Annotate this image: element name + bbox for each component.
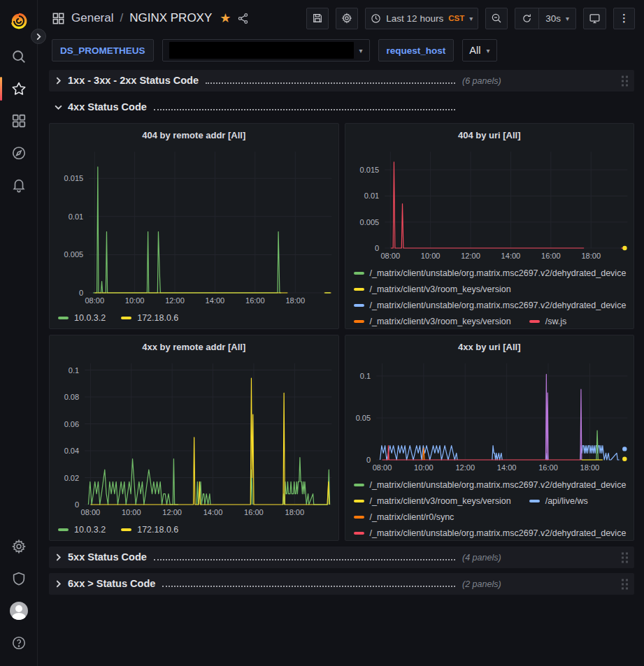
chart-404-by-uri[interactable]: 00.0050.010.01508:0010:0012:0014:0016:00… xyxy=(345,146,634,262)
grafana-logo[interactable] xyxy=(0,7,38,35)
breadcrumb: General / NGINX PROXY ★ xyxy=(52,10,249,26)
legend-item[interactable]: /api/live/ws xyxy=(529,496,588,506)
sidebar-item-settings[interactable] xyxy=(0,530,38,563)
svg-text:0.005: 0.005 xyxy=(64,250,84,259)
sidebar-item-explore[interactable] xyxy=(0,137,38,169)
legend-row: 10.0.3.2172.18.0.6 xyxy=(58,310,336,326)
help-icon xyxy=(11,635,27,651)
svg-text:0.04: 0.04 xyxy=(64,447,79,455)
svg-text:16:00: 16:00 xyxy=(538,463,558,472)
row-drag-handle[interactable] xyxy=(622,75,628,86)
svg-text:0: 0 xyxy=(79,289,83,297)
svg-text:12:00: 12:00 xyxy=(162,508,182,516)
row-header-1xx-3xx-2xx[interactable]: 1xx - 3xx - 2xx Status Code (6 panels) xyxy=(49,70,634,92)
row-header-6xx[interactable]: 6xx > Status Code (2 panels) xyxy=(49,573,634,595)
legend-series-swatch xyxy=(354,288,364,291)
chart-4xx-by-uri[interactable]: 00.050.108:0010:0012:0014:0016:0018:00 xyxy=(345,358,634,474)
chart-404-by-remote-addr[interactable]: 00.0050.010.01508:0010:0012:0014:0016:00… xyxy=(50,146,338,307)
row-drag-handle[interactable] xyxy=(622,579,628,589)
chevron-right-icon xyxy=(36,34,42,40)
legend-item[interactable]: /sw.js xyxy=(529,317,567,326)
svg-text:18:00: 18:00 xyxy=(581,252,601,260)
panel-title[interactable]: 4xx by remote addr [All] xyxy=(50,340,338,358)
legend-item[interactable]: 172.18.0.6 xyxy=(121,525,178,535)
variables-bar: DS_PROMETHEUS ▾ request_host All ▾ xyxy=(38,36,644,64)
row-panel-count: (6 panels) xyxy=(462,76,501,86)
refresh-button[interactable] xyxy=(515,8,538,29)
legend-row: /_matrix/client/r0/sync xyxy=(354,509,631,525)
zoom-out-button[interactable] xyxy=(485,8,508,29)
dashboard-scroll-area[interactable]: 1xx - 3xx - 2xx Status Code (6 panels) 4… xyxy=(38,64,644,666)
legend-row: 10.0.3.2172.18.0.6 xyxy=(58,521,336,537)
datasource-select[interactable]: ▾ xyxy=(162,39,370,61)
favorite-star-icon[interactable]: ★ xyxy=(220,10,231,26)
sidebar-item-server-admin[interactable] xyxy=(0,563,38,595)
legend-series-swatch xyxy=(121,317,131,319)
sidebar-item-profile[interactable] xyxy=(0,595,38,627)
svg-text:14:00: 14:00 xyxy=(206,296,225,305)
dashboard-toolbar: Last 12 hours CST ▾ 30s xyxy=(306,8,635,29)
legend-series-label: 10.0.3.2 xyxy=(74,525,106,535)
legend-item[interactable]: /_matrix/client/unstable/org.matrix.msc2… xyxy=(354,480,627,490)
panel-title[interactable]: 404 by uri [All] xyxy=(345,128,634,146)
legend-item[interactable]: 172.18.0.6 xyxy=(121,313,178,323)
refresh-group: 30s ▾ xyxy=(515,8,576,29)
legend-series-swatch xyxy=(121,528,131,531)
dashboard-settings-button[interactable] xyxy=(336,8,358,29)
legend-item[interactable]: 10.0.3.2 xyxy=(58,525,106,535)
svg-text:10:00: 10:00 xyxy=(125,296,145,305)
legend-item[interactable]: /_matrix/client/unstable/org.matrix.msc2… xyxy=(354,301,627,310)
monitor-icon xyxy=(589,13,601,24)
panel-4xx-by-uri: 4xx by uri [All] 00.050.108:0010:0012:00… xyxy=(345,335,635,541)
compass-icon xyxy=(11,145,27,161)
svg-text:12:00: 12:00 xyxy=(455,463,475,472)
legend-item[interactable]: /_matrix/client/v3/room_keys/version xyxy=(354,317,511,326)
legend-item[interactable]: /_matrix/client/v3/room_keys/version xyxy=(354,496,511,506)
sidebar-item-help[interactable] xyxy=(0,627,38,659)
time-range-picker[interactable]: Last 12 hours CST ▾ xyxy=(365,8,478,29)
row-title: 4xx Status Code xyxy=(68,101,147,113)
sidebar-expand-button[interactable] xyxy=(31,29,46,44)
legend-item[interactable]: /_matrix/client/r0/sync xyxy=(354,512,455,522)
legend-row: /_matrix/client/v3/room_keys/version/api… xyxy=(354,493,631,509)
panel-title[interactable]: 4xx by uri [All] xyxy=(345,340,634,358)
svg-text:0: 0 xyxy=(75,500,79,509)
refresh-interval-picker[interactable]: 30s ▾ xyxy=(538,8,575,29)
svg-text:0.06: 0.06 xyxy=(64,420,79,428)
svg-text:0.08: 0.08 xyxy=(64,393,79,401)
legend-row: /_matrix/client/unstable/org.matrix.msc2… xyxy=(354,525,631,540)
legend-item[interactable]: /_matrix/client/unstable/org.matrix.msc2… xyxy=(354,268,627,278)
svg-text:0: 0 xyxy=(375,244,379,252)
request-host-value: All xyxy=(469,45,480,56)
legend-item[interactable]: /_matrix/client/v3/room_keys/version xyxy=(354,284,511,294)
legend-item[interactable]: 10.0.3.2 xyxy=(58,313,106,323)
svg-text:08:00: 08:00 xyxy=(372,463,392,472)
sidebar-item-search[interactable] xyxy=(0,41,38,73)
sidebar-item-alerting[interactable] xyxy=(0,169,38,201)
sidebar-item-starred[interactable] xyxy=(0,73,38,105)
request-host-select[interactable]: All ▾ xyxy=(462,39,496,61)
variable-label-ds-prometheus: DS_PROMETHEUS xyxy=(52,39,154,61)
save-dashboard-button[interactable] xyxy=(306,8,329,29)
svg-text:08:00: 08:00 xyxy=(85,296,104,305)
row-header-5xx[interactable]: 5xx Status Code (4 panels) xyxy=(49,546,634,568)
share-button[interactable] xyxy=(237,13,249,24)
legend-series-label: /_matrix/client/unstable/org.matrix.msc2… xyxy=(370,301,627,310)
tv-mode-button[interactable] xyxy=(583,8,606,29)
row-drag-handle[interactable] xyxy=(622,552,628,563)
chevron-down-icon: ▾ xyxy=(359,47,363,55)
sidebar-item-dashboards[interactable] xyxy=(0,105,38,137)
refresh-icon xyxy=(522,13,532,24)
chevron-down-icon xyxy=(55,103,62,111)
chart-4xx-by-remote-addr[interactable]: 00.020.040.060.080.108:0010:0012:0014:00… xyxy=(50,358,338,519)
chevron-down-icon: ▾ xyxy=(486,47,489,55)
breadcrumb-section[interactable]: General xyxy=(71,11,113,25)
svg-text:0: 0 xyxy=(366,456,370,464)
legend-series-swatch xyxy=(354,532,364,535)
gear-icon xyxy=(341,13,352,24)
row-header-4xx[interactable]: 4xx Status Code xyxy=(49,96,634,118)
legend-item[interactable]: /_matrix/client/unstable/org.matrix.msc2… xyxy=(354,528,627,538)
kebab-menu-button[interactable]: ⋮ xyxy=(613,8,635,29)
svg-text:0.015: 0.015 xyxy=(359,166,379,174)
panel-title[interactable]: 404 by remote addr [All] xyxy=(50,128,338,146)
